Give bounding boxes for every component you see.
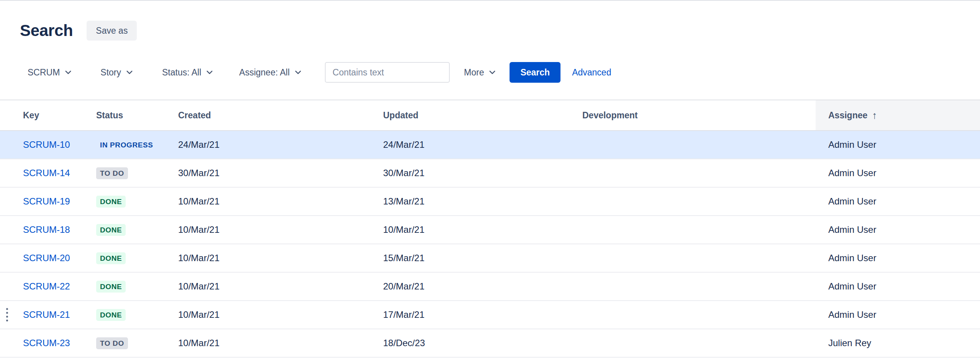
table-row[interactable]: SCRUM-10 IN PROGRESS 24/Mar/21 24/Mar/21… (0, 131, 980, 159)
project-filter-label: SCRUM (28, 67, 60, 78)
key-cell: SCRUM-18 (0, 224, 86, 235)
created-cell: 10/Mar/21 (168, 281, 373, 292)
issue-key-link[interactable]: SCRUM-10 (23, 139, 70, 150)
assignee-cell: Admin User (816, 139, 980, 150)
sort-ascending-icon: ↑ (872, 110, 877, 121)
key-cell: SCRUM-10 (0, 139, 86, 150)
created-cell: 10/Mar/21 (168, 309, 373, 320)
issue-key-link[interactable]: SCRUM-20 (23, 253, 70, 263)
chevron-down-icon (64, 69, 72, 76)
column-header-status[interactable]: Status (86, 100, 168, 130)
chevron-down-icon (206, 69, 213, 76)
type-filter-label: Story (100, 67, 121, 78)
assignee-cell: Admin User (816, 168, 980, 178)
row-drag-handle[interactable] (4, 307, 10, 323)
more-filters-label: More (464, 67, 484, 78)
table-row[interactable]: SCRUM-18 DONE 10/Mar/21 10/Mar/21 Admin … (0, 216, 980, 244)
table-row[interactable]: SCRUM-19 DONE 10/Mar/21 13/Mar/21 Admin … (0, 188, 980, 216)
status-filter-label: Status: All (162, 67, 201, 78)
table-row[interactable]: SCRUM-14 TO DO 30/Mar/21 30/Mar/21 Admin… (0, 159, 980, 188)
column-header-key[interactable]: Key (0, 100, 86, 130)
assignee-filter-label: Assignee: All (239, 67, 290, 78)
created-cell: 10/Mar/21 (168, 196, 373, 207)
updated-cell: 18/Dec/23 (373, 338, 572, 348)
table-row[interactable]: SCRUM-23 TO DO 10/Mar/21 18/Dec/23 Julie… (0, 329, 980, 358)
type-filter-dropdown[interactable]: Story (100, 67, 133, 78)
assignee-cell: Admin User (816, 253, 980, 263)
table-header-row: Key Status Created Updated Development A… (0, 100, 980, 131)
table-row[interactable]: SCRUM-22 DONE 10/Mar/21 20/Mar/21 Admin … (0, 273, 980, 301)
status-badge: DONE (96, 196, 126, 208)
status-cell: DONE (86, 224, 168, 236)
assignee-cell: Admin User (816, 281, 980, 292)
text-search-input[interactable] (325, 62, 450, 83)
column-header-created[interactable]: Created (168, 100, 373, 130)
status-badge: DONE (96, 252, 126, 264)
assignee-cell: Julien Rey (816, 338, 980, 348)
advanced-search-link[interactable]: Advanced (572, 67, 611, 78)
updated-cell: 15/Mar/21 (373, 253, 572, 263)
status-cell: DONE (86, 252, 168, 264)
key-cell: SCRUM-14 (0, 168, 86, 178)
column-header-assignee-label: Assignee (828, 110, 867, 121)
issue-key-link[interactable]: SCRUM-22 (23, 281, 70, 291)
issue-search-page: Search Save as SCRUM Story Status: All A… (0, 0, 980, 363)
chevron-down-icon (126, 69, 133, 76)
status-badge: DONE (96, 309, 126, 321)
status-badge: TO DO (96, 167, 128, 179)
key-cell: SCRUM-22 (0, 281, 86, 292)
status-cell: DONE (86, 309, 168, 321)
more-filters-dropdown[interactable]: More (464, 67, 496, 78)
key-cell: SCRUM-23 (0, 338, 86, 348)
updated-cell: 24/Mar/21 (373, 139, 572, 150)
created-cell: 10/Mar/21 (168, 224, 373, 235)
status-filter-dropdown[interactable]: Status: All (162, 67, 213, 78)
created-cell: 24/Mar/21 (168, 139, 373, 150)
updated-cell: 13/Mar/21 (373, 196, 572, 207)
status-cell: TO DO (86, 337, 168, 349)
key-cell: SCRUM-19 (0, 196, 86, 207)
page-title: Search (20, 23, 73, 39)
updated-cell: 17/Mar/21 (373, 309, 572, 320)
save-as-button[interactable]: Save as (87, 21, 137, 41)
issue-key-link[interactable]: SCRUM-19 (23, 196, 70, 206)
issue-key-link[interactable]: SCRUM-23 (23, 338, 70, 348)
updated-cell: 20/Mar/21 (373, 281, 572, 292)
issue-key-link[interactable]: SCRUM-21 (23, 309, 70, 320)
column-header-updated[interactable]: Updated (373, 100, 572, 130)
column-header-assignee[interactable]: Assignee ↑ (816, 100, 980, 130)
assignee-filter-dropdown[interactable]: Assignee: All (239, 67, 302, 78)
status-cell: DONE (86, 196, 168, 208)
status-badge: TO DO (96, 337, 128, 349)
key-cell: SCRUM-20 (0, 253, 86, 263)
issue-key-link[interactable]: SCRUM-14 (23, 168, 70, 178)
table-row[interactable]: SCRUM-20 DONE 10/Mar/21 15/Mar/21 Admin … (0, 244, 980, 273)
status-badge: DONE (96, 224, 126, 236)
chevron-down-icon (294, 69, 302, 76)
table-row[interactable]: SCRUM-21 DONE 10/Mar/21 17/Mar/21 Admin … (0, 301, 980, 329)
assignee-cell: Admin User (816, 224, 980, 235)
created-cell: 10/Mar/21 (168, 253, 373, 263)
page-header: Search Save as (0, 1, 980, 41)
column-header-development[interactable]: Development (572, 100, 816, 130)
key-cell: SCRUM-21 (0, 309, 86, 320)
issue-key-link[interactable]: SCRUM-18 (23, 224, 70, 235)
status-cell: DONE (86, 281, 168, 293)
project-filter-dropdown[interactable]: SCRUM (28, 67, 72, 78)
assignee-cell: Admin User (816, 309, 980, 320)
updated-cell: 10/Mar/21 (373, 224, 572, 235)
status-badge: IN PROGRESS (96, 139, 157, 151)
chevron-down-icon (488, 69, 496, 76)
created-cell: 10/Mar/21 (168, 338, 373, 348)
created-cell: 30/Mar/21 (168, 168, 373, 178)
search-button[interactable]: Search (510, 62, 560, 83)
status-cell: TO DO (86, 167, 168, 179)
status-badge: DONE (96, 281, 126, 293)
filter-bar: SCRUM Story Status: All Assignee: All (0, 62, 980, 83)
updated-cell: 30/Mar/21 (373, 168, 572, 178)
issue-table: Key Status Created Updated Development A… (0, 100, 980, 358)
assignee-cell: Admin User (816, 196, 980, 207)
status-cell: IN PROGRESS (86, 139, 168, 151)
